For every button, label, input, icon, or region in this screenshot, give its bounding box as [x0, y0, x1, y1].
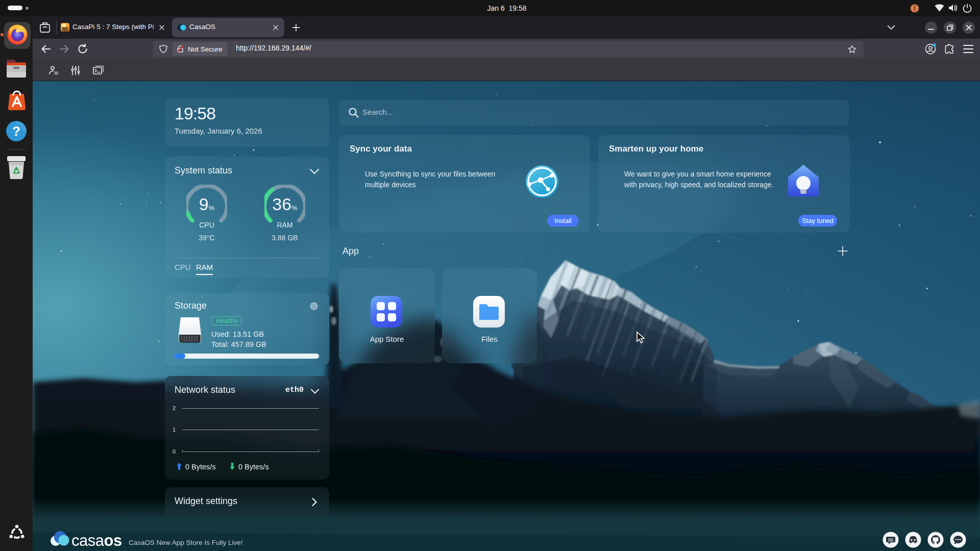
svg-text:?: ? — [12, 123, 20, 139]
